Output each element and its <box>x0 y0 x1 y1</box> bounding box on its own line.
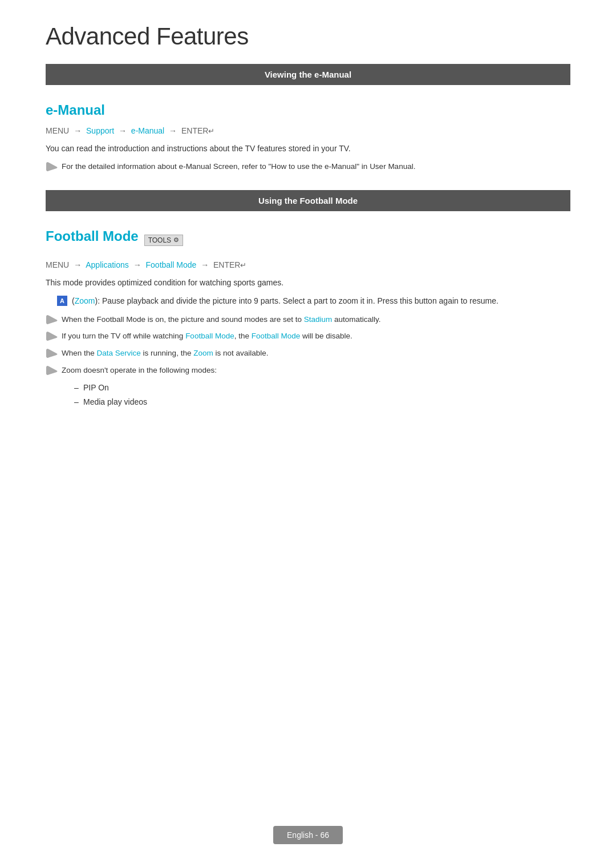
football-title-row: Football Mode TOOLS ⚙ <box>46 228 570 252</box>
footer-badge: English - 66 <box>273 826 343 844</box>
football-mode-link3: Football Mode <box>252 332 301 340</box>
menu-label: MENU <box>46 126 69 135</box>
football-body: This mode provides optimized condition f… <box>46 276 570 289</box>
arrow6: → <box>201 260 209 269</box>
note-icon-1 <box>46 314 58 325</box>
dash-item-1: PIP On <box>74 381 570 395</box>
note-text-3: When the Data Service is running, the Zo… <box>62 347 268 360</box>
bullet-rest-text: : Pause playback and divide the picture … <box>98 296 499 305</box>
note-row-3: When the Data Service is running, the Zo… <box>46 347 570 360</box>
enter-label2: ENTER <box>213 260 240 269</box>
zoom-link2: Zoom <box>193 349 213 357</box>
note-icon-3 <box>46 348 58 358</box>
zoom-link: Zoom <box>75 296 95 305</box>
tools-label: TOOLS <box>148 236 171 244</box>
support-link: Support <box>86 126 114 135</box>
football-mode-link2: Football Mode <box>185 332 234 340</box>
section1-header: Viewing the e-Manual <box>46 64 570 85</box>
football-menu-path: MENU → Applications → Football Mode → EN… <box>46 260 570 269</box>
dash-list: PIP On Media play videos <box>74 381 570 409</box>
bullet-text: (Zoom): Pause playback and divide the pi… <box>72 295 499 307</box>
football-section: Football Mode TOOLS ⚙ MENU → Application… <box>46 228 570 410</box>
bullet-item: A (Zoom): Pause playback and divide the … <box>57 295 570 307</box>
enter-symbol: ↵ <box>208 127 214 135</box>
note-icon-2 <box>46 331 58 341</box>
arrow1: → <box>74 126 82 135</box>
blue-square-icon: A <box>57 296 67 306</box>
arrow4: → <box>74 260 82 269</box>
note-icon-4 <box>46 365 58 376</box>
bullet-section: A (Zoom): Pause playback and divide the … <box>57 295 570 307</box>
note-text-4: Zoom doesn't operate in the following mo… <box>62 364 217 377</box>
arrow2: → <box>119 126 127 135</box>
dash-item-2: Media play videos <box>74 395 570 409</box>
note-row-2: If you turn the TV off while watching Fo… <box>46 330 570 342</box>
section2-header: Using the Football Mode <box>46 190 570 211</box>
data-service-link: Data Service <box>97 349 141 357</box>
arrow3: → <box>169 126 177 135</box>
stadium-link: Stadium <box>304 315 333 324</box>
note-row-1: When the Football Mode is on, the pictur… <box>46 313 570 326</box>
emanual-section: e-Manual MENU → Support → e-Manual → ENT… <box>46 102 570 173</box>
note-row-4: Zoom doesn't operate in the following mo… <box>46 364 570 377</box>
enter-label: ENTER <box>181 126 208 135</box>
note-icon <box>46 162 58 172</box>
emanual-menu-path: MENU → Support → e-Manual → ENTER↵ <box>46 126 570 135</box>
emanual-note: For the detailed information about e-Man… <box>46 160 570 173</box>
emanual-link: e-Manual <box>131 126 164 135</box>
football-title: Football Mode <box>46 228 139 244</box>
note-text-1: When the Football Mode is on, the pictur… <box>62 313 381 326</box>
emanual-note-text: For the detailed information about e-Man… <box>62 160 415 173</box>
football-mode-link: Football Mode <box>146 260 197 269</box>
menu-label2: MENU <box>46 260 69 269</box>
footer: English - 66 <box>0 826 616 844</box>
tools-badge: TOOLS ⚙ <box>144 235 183 246</box>
page-title: Advanced Features <box>46 23 570 50</box>
note-text-2: If you turn the TV off while watching Fo… <box>62 330 352 342</box>
applications-link: Applications <box>86 260 129 269</box>
emanual-body: You can read the introduction and instru… <box>46 142 570 155</box>
arrow5: → <box>133 260 141 269</box>
tools-icon: ⚙ <box>173 236 179 244</box>
emanual-title: e-Manual <box>46 102 570 118</box>
enter-symbol2: ↵ <box>240 261 246 269</box>
